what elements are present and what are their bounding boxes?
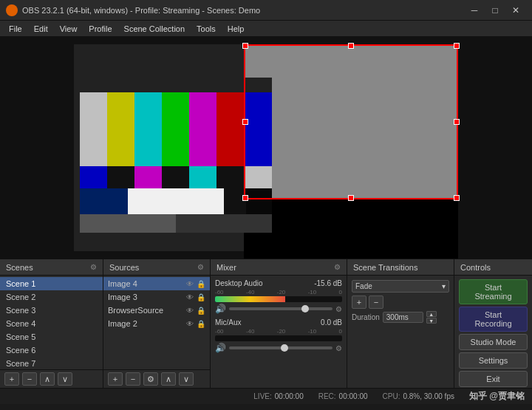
watermark: 知乎 @贾聿铭 (469, 390, 525, 403)
scenes-up-button[interactable]: ∧ (40, 372, 55, 386)
sources-header-label: Sources (109, 263, 139, 272)
duration-spinner: ▲ ▼ (426, 311, 437, 324)
settings-button[interactable]: Settings (459, 352, 528, 369)
source-icons-3: 👁 🔒 (186, 307, 205, 315)
transition-type-select[interactable]: Fade ▾ (352, 280, 449, 293)
duration-input[interactable]: 300ms (383, 312, 423, 323)
sources-panel: Sources ⚙ Image 4 👁 🔒 Image 3 👁 🔒 Browse… (103, 259, 211, 388)
menu-edit[interactable]: Edit (28, 23, 54, 35)
start-streaming-button[interactable]: Start Streaming (459, 279, 528, 304)
lock-icon-1[interactable]: 🔒 (197, 280, 205, 288)
svg-rect-11 (162, 166, 189, 188)
menu-help[interactable]: Help (222, 23, 250, 35)
mixer-mic-ticks: -60-40-20-100 (215, 328, 342, 335)
sources-footer: + − ⚙ ∧ ∨ (103, 369, 210, 388)
speaker-mic-icon[interactable]: 🔊 (215, 343, 226, 353)
duration-increment-button[interactable]: ▲ (426, 311, 437, 317)
scene-item-5[interactable]: Scene 5 (0, 330, 103, 344)
source-item-1[interactable]: Image 4 👁 🔒 (103, 277, 210, 290)
mixer-mic-label: Mic/Aux (215, 318, 242, 327)
minimize-button[interactable]: ─ (464, 0, 485, 21)
lock-icon-2[interactable]: 🔒 (197, 293, 205, 301)
sources-gear-icon[interactable]: ⚙ (197, 263, 204, 271)
studio-mode-button[interactable]: Studio Mode (459, 334, 528, 350)
scene-item-7[interactable]: Scene 7 (0, 357, 103, 369)
source-label-1: Image 4 (108, 279, 137, 288)
svg-rect-12 (189, 166, 216, 188)
scene-item-6[interactable]: Scene 6 (0, 344, 103, 357)
scenes-header-label: Scenes (6, 263, 33, 272)
mixer-desktop-slider[interactable] (229, 307, 332, 310)
mixer-content: Desktop Audio -15.6 dB -60-40-20-100 🔊 ⚙ (211, 276, 347, 388)
scenes-remove-button[interactable]: − (22, 372, 37, 386)
sources-up-button[interactable]: ∧ (161, 372, 176, 386)
scenes-gear-icon[interactable]: ⚙ (90, 263, 97, 271)
svg-rect-20 (176, 214, 272, 233)
mixer-desktop-label: Desktop Audio (215, 279, 263, 287)
controls-content: Start Streaming Start Recording Studio M… (454, 276, 532, 388)
rec-label: REC: (318, 392, 336, 400)
mixer-gear-icon[interactable]: ⚙ (334, 263, 341, 271)
transition-type-label: Fade (355, 282, 372, 290)
svg-rect-5 (189, 92, 216, 166)
transition-duration-row: Duration 300ms ▲ ▼ (352, 311, 449, 324)
rec-value: 00:00:00 (339, 392, 368, 400)
scenes-down-button[interactable]: ∨ (58, 372, 72, 386)
lock-icon-4[interactable]: 🔒 (197, 320, 205, 328)
start-recording-button[interactable]: Start Recording (459, 307, 528, 332)
live-status: LIVE: 00:00:00 (253, 392, 303, 400)
scene-item-2[interactable]: Scene 2 (0, 290, 103, 304)
svg-rect-7 (244, 92, 272, 166)
scenes-add-button[interactable]: + (4, 372, 19, 386)
source-item-4[interactable]: Image 2 👁 🔒 (103, 317, 210, 330)
preview-black-bottom-right (244, 199, 458, 259)
mixer-mic-meter (215, 335, 342, 341)
menu-tools[interactable]: Tools (191, 23, 222, 35)
preview-gray-content (244, 44, 458, 199)
mixer-desktop-gear[interactable]: ⚙ (335, 305, 342, 313)
mixer-desktop-meter (215, 296, 342, 302)
eye-icon-1[interactable]: 👁 (186, 280, 194, 288)
transition-add-button[interactable]: + (352, 295, 366, 309)
duration-decrement-button[interactable]: ▼ (426, 318, 437, 324)
svg-rect-17 (224, 188, 246, 214)
eye-icon-3[interactable]: 👁 (186, 307, 194, 315)
window-title: OBS 23.2.1 (64-bit, windows) - Profile: … (22, 6, 464, 15)
close-button[interactable]: ✕ (505, 0, 526, 21)
scene-item-3[interactable]: Scene 3 (0, 304, 103, 317)
duration-label: Duration (352, 313, 380, 321)
speaker-desktop-icon[interactable]: 🔊 (215, 304, 226, 314)
lock-icon-3[interactable]: 🔒 (197, 307, 205, 315)
mixer-desktop-ticks: -60-40-20-100 (215, 289, 342, 295)
mixer-header-label: Mixer (216, 263, 236, 272)
svg-rect-4 (162, 92, 189, 166)
menu-file[interactable]: File (3, 23, 28, 35)
sources-down-button[interactable]: ∨ (179, 372, 194, 386)
sources-gear-button[interactable]: ⚙ (143, 372, 158, 386)
sources-add-button[interactable]: + (108, 372, 123, 386)
live-value: 00:00:00 (275, 392, 304, 400)
eye-icon-4[interactable]: 👁 (186, 320, 194, 328)
menu-view[interactable]: View (54, 23, 83, 35)
cpu-value: 0.8%, 30.00 fps (403, 392, 454, 400)
transition-remove-button[interactable]: − (369, 295, 383, 309)
menu-scene-collection[interactable]: Scene Collection (118, 23, 191, 35)
mixer-mic-slider[interactable] (229, 346, 332, 349)
menu-profile[interactable]: Profile (83, 23, 117, 35)
transitions-panel: Scene Transitions Fade ▾ + − Duration 30… (347, 259, 454, 388)
svg-rect-16 (128, 188, 224, 214)
source-item-3[interactable]: BrowserSource 👁 🔒 (103, 304, 210, 317)
source-item-2[interactable]: Image 3 👁 🔒 (103, 290, 210, 304)
scene-item-4[interactable]: Scene 4 (0, 317, 103, 330)
panels-row: Scenes ⚙ Scene 1 Scene 2 Scene 3 Scene 4… (0, 259, 532, 388)
scene-item-1[interactable]: Scene 1 (0, 277, 103, 290)
sources-list: Image 4 👁 🔒 Image 3 👁 🔒 BrowserSource 👁 … (103, 276, 210, 369)
maximize-button[interactable]: □ (485, 0, 505, 21)
svg-rect-15 (80, 188, 128, 214)
mixer-track-desktop: Desktop Audio -15.6 dB -60-40-20-100 🔊 ⚙ (211, 277, 347, 316)
sources-remove-button[interactable]: − (126, 372, 140, 386)
mixer-mic-gear[interactable]: ⚙ (335, 344, 342, 352)
eye-icon-2[interactable]: 👁 (186, 293, 194, 301)
transitions-content: Fade ▾ + − Duration 300ms ▲ ▼ (347, 276, 454, 388)
exit-button[interactable]: Exit (459, 371, 528, 387)
